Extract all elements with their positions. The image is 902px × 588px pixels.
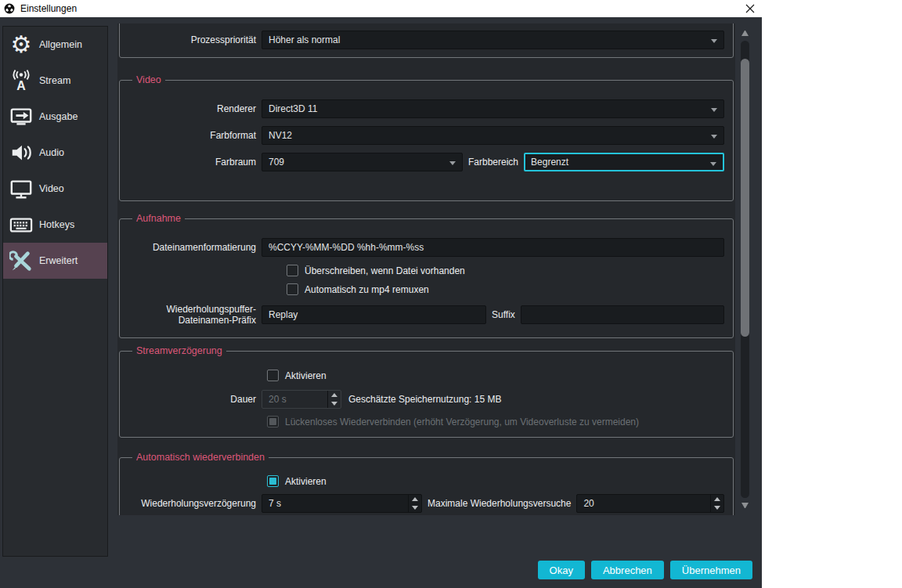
color-space-select[interactable]: 709 xyxy=(262,153,463,171)
okay-button[interactable]: Okay xyxy=(538,561,585,579)
replay-suffix-input[interactable] xyxy=(521,305,724,324)
settings-window: Einstellungen ⚙ Allgemein xyxy=(0,0,762,588)
chevron-down-icon xyxy=(711,108,717,112)
spin-down-icon xyxy=(331,402,337,406)
chevron-down-icon xyxy=(710,162,716,166)
sidebar-item-label: Hotkeys xyxy=(39,219,74,230)
retry-delay-spinner[interactable]: 7 s xyxy=(262,494,422,513)
footer-buttons: Okay Abbrechen Übernehmen xyxy=(538,561,752,579)
vertical-scrollbar xyxy=(740,23,750,515)
max-retries-spin-down[interactable] xyxy=(711,503,723,512)
color-format-value: NV12 xyxy=(269,130,292,141)
video-group-title: Video xyxy=(132,74,165,85)
apply-button[interactable]: Übernehmen xyxy=(670,561,752,579)
memory-usage-note: Geschätzte Speichernutzung: 15 MB xyxy=(348,394,501,405)
retry-delay-spin-down[interactable] xyxy=(409,503,421,512)
close-button[interactable] xyxy=(743,2,757,16)
chevron-down-icon xyxy=(449,161,456,165)
general-group: Prozesspriorität Höher als normal xyxy=(119,23,734,58)
sidebar-item-erweitert[interactable]: Erweitert xyxy=(3,243,107,279)
recording-group: Aufnahme Dateinamenformatierung Überschr… xyxy=(119,218,734,338)
retry-delay-value: 7 s xyxy=(262,498,408,509)
color-format-label: Farbformat xyxy=(126,130,262,141)
stream-delay-group-title: Streamverzögerung xyxy=(132,345,226,356)
spin-down-icon xyxy=(412,506,418,510)
preserve-cutoff-label: Lückenloses Wiederverbinden (erhöht Verz… xyxy=(285,417,639,427)
sidebar-item-label: Ausgabe xyxy=(39,111,78,122)
close-icon xyxy=(745,4,755,13)
sidebar-item-stream[interactable]: A Stream xyxy=(3,63,107,99)
keyboard-icon xyxy=(3,213,39,236)
max-retries-spinner[interactable]: 20 xyxy=(576,494,724,513)
overwrite-checkbox-label[interactable]: Überschreiben, wenn Datei vorhanden xyxy=(305,265,465,276)
process-priority-label: Prozesspriorität xyxy=(126,34,262,45)
scrollbar-down-arrow[interactable] xyxy=(741,503,749,509)
svg-text:A: A xyxy=(16,79,26,92)
scrollbar-up-arrow[interactable] xyxy=(741,30,749,36)
speaker-icon xyxy=(3,141,39,164)
stream-delay-enable-label[interactable]: Aktivieren xyxy=(285,370,327,381)
sidebar-item-label: Erweitert xyxy=(39,255,78,266)
reconnect-enable-checkbox[interactable] xyxy=(267,475,279,487)
dialog-body: ⚙ Allgemein A Stream xyxy=(0,17,762,588)
stream-delay-group: Streamverzögerung Aktivieren Dauer 20 s … xyxy=(119,351,734,438)
spin-up-icon xyxy=(331,393,337,397)
sidebar-item-video[interactable]: Video xyxy=(3,171,107,207)
process-priority-value: Höher als normal xyxy=(269,34,340,45)
scrollbar-handle[interactable] xyxy=(741,59,749,337)
retry-delay-label: Wiederholungsverzögerung xyxy=(126,498,262,509)
obs-logo-icon xyxy=(4,3,15,14)
color-range-label: Farbbereich xyxy=(463,157,524,168)
recording-group-title: Aufnahme xyxy=(132,213,185,224)
replay-prefix-label: Wiederholungspuffer-Dateinamen-Präfix xyxy=(126,304,262,326)
max-retries-label: Maximale Wiederholungsversuche xyxy=(422,498,576,509)
duration-spinner[interactable]: 20 s xyxy=(262,390,341,409)
max-retries-value: 20 xyxy=(577,498,710,509)
replay-suffix-label: Suffix xyxy=(486,309,521,320)
chevron-down-icon xyxy=(711,39,717,43)
sidebar-item-hotkeys[interactable]: Hotkeys xyxy=(3,207,107,243)
process-priority-select[interactable]: Höher als normal xyxy=(262,31,724,49)
reconnect-enable-label[interactable]: Aktivieren xyxy=(285,476,327,487)
color-space-value: 709 xyxy=(269,157,284,168)
monitor-output-icon xyxy=(3,105,39,128)
filename-format-label: Dateinamenformatierung xyxy=(126,242,262,253)
renderer-label: Renderer xyxy=(126,103,262,114)
max-retries-spin-up[interactable] xyxy=(711,495,723,503)
filename-format-input[interactable] xyxy=(262,238,724,257)
duration-spin-down[interactable] xyxy=(328,399,341,408)
sidebar-item-ausgabe[interactable]: Ausgabe xyxy=(3,99,107,135)
settings-sidebar: ⚙ Allgemein A Stream xyxy=(2,26,108,557)
remux-checkbox[interactable] xyxy=(287,283,298,295)
cancel-button[interactable]: Abbrechen xyxy=(591,561,664,579)
color-space-label: Farbraum xyxy=(126,157,262,168)
remux-checkbox-label[interactable]: Automatisch zu mp4 remuxen xyxy=(305,284,429,295)
video-group: Video Renderer Direct3D 11 Farbformat NV… xyxy=(119,80,734,201)
spin-up-icon xyxy=(714,497,720,501)
sidebar-item-audio[interactable]: Audio xyxy=(3,135,107,171)
overwrite-checkbox[interactable] xyxy=(287,265,298,276)
titlebar: Einstellungen xyxy=(0,0,762,17)
stream-delay-enable-checkbox[interactable] xyxy=(267,370,279,381)
color-range-select[interactable]: Begrenzt xyxy=(524,153,724,171)
reconnect-group: Automatisch wiederverbinden Aktivieren W… xyxy=(119,457,734,515)
sidebar-item-label: Allgemein xyxy=(39,39,82,50)
duration-label: Dauer xyxy=(126,394,262,405)
tools-icon xyxy=(3,249,39,272)
color-range-value: Begrenzt xyxy=(531,157,568,168)
retry-delay-spin-up[interactable] xyxy=(409,495,421,503)
replay-prefix-input[interactable] xyxy=(262,305,486,324)
renderer-select[interactable]: Direct3D 11 xyxy=(262,99,724,118)
broadcast-antenna-icon: A xyxy=(3,69,39,92)
sidebar-item-label: Video xyxy=(39,183,64,194)
sidebar-item-allgemein[interactable]: ⚙ Allgemein xyxy=(3,27,107,63)
spin-up-icon xyxy=(412,497,418,501)
duration-spin-up[interactable] xyxy=(328,391,341,399)
duration-value: 20 s xyxy=(262,394,327,405)
chevron-down-icon xyxy=(711,135,717,139)
color-format-select[interactable]: NV12 xyxy=(262,126,724,145)
spin-down-icon xyxy=(714,506,720,510)
preserve-cutoff-checkbox xyxy=(267,416,279,427)
renderer-value: Direct3D 11 xyxy=(269,103,317,114)
monitor-icon xyxy=(3,177,39,200)
